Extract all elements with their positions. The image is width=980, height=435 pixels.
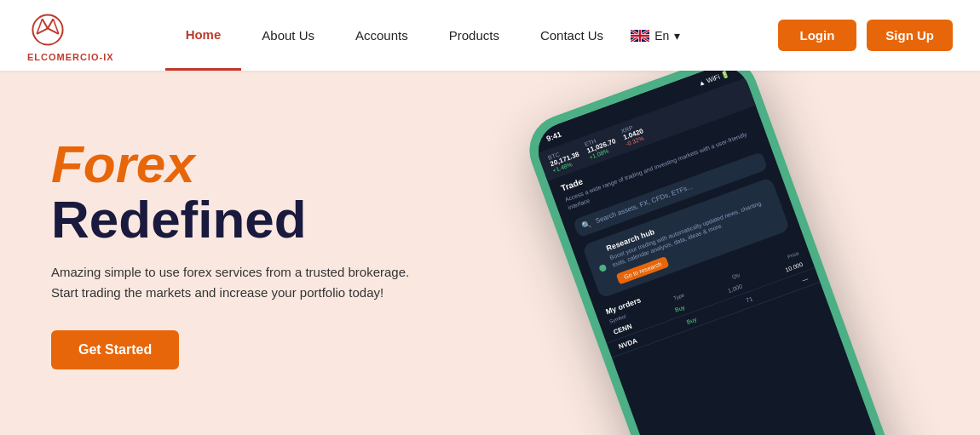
login-button[interactable]: Login (778, 20, 857, 51)
phone-outer-shell: 9:41 ▲ WiFi 🔋 BTC 20,171.38 +1.48% ETH 1… (520, 71, 908, 435)
ticker-btc: BTC 20,171.38 +1.48% (547, 145, 582, 174)
logo-area: ELCOMERCIO-IX (27, 9, 114, 62)
header-buttons: Login Sign Up (778, 20, 954, 51)
hero-heading-redefined: Redefined (51, 192, 409, 247)
get-started-button[interactable]: Get Started (51, 330, 179, 369)
hero-subtext-line1: Amazing simple to use forex services fro… (51, 265, 409, 279)
ticker-xrp: XRP 1.0420 -0.32% (620, 122, 647, 147)
phone-search-icon: 🔍 (580, 219, 592, 230)
ticker-eth: ETH 11,026.70 +1.08% (584, 132, 619, 161)
nav-home[interactable]: Home (165, 0, 242, 71)
language-selector[interactable]: En ▾ (631, 29, 680, 43)
site-header: ELCOMERCIO-IX Home About Us Accounts Pro… (0, 0, 980, 71)
lang-chevron: ▾ (674, 29, 680, 43)
hero-heading-forex: Forex (51, 136, 409, 192)
nav-contact[interactable]: Contact Us (520, 0, 624, 71)
logo-icon (27, 9, 68, 50)
nav-about[interactable]: About Us (241, 0, 335, 71)
phone-mockup: 9:41 ▲ WiFi 🔋 BTC 20,171.38 +1.48% ETH 1… (520, 71, 980, 435)
hero-subtext-line2: Start trading the markets and increase y… (51, 285, 383, 300)
research-card-dot (598, 264, 607, 272)
hero-subtext: Amazing simple to use forex services fro… (51, 262, 409, 303)
nav-accounts[interactable]: Accounts (335, 0, 429, 71)
nav-products[interactable]: Products (429, 0, 520, 71)
logo-text: ELCOMERCIO-IX (27, 52, 114, 62)
phone-screen: 9:41 ▲ WiFi 🔋 BTC 20,171.38 +1.48% ETH 1… (530, 71, 896, 435)
flag-icon (631, 30, 649, 42)
hero-section: Forex Redefined Amazing simple to use fo… (0, 71, 980, 435)
main-nav: Home About Us Accounts Products Contact … (165, 0, 778, 71)
signup-button[interactable]: Sign Up (867, 20, 953, 51)
lang-code: En (654, 29, 669, 43)
hero-text: Forex Redefined Amazing simple to use fo… (51, 136, 409, 369)
phone-time: 9:41 (545, 130, 562, 144)
